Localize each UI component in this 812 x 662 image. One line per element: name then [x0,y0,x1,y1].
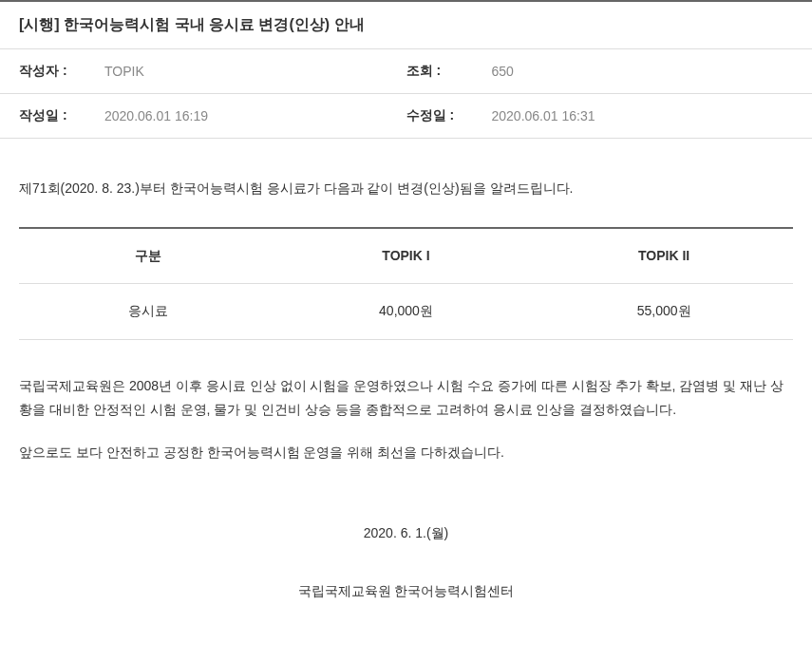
modified-label: 수정일 : [406,107,492,124]
views-cell: 조회 : 650 [406,63,794,80]
views-value: 650 [492,64,514,79]
col-header-topik2: TOPIK II [535,228,793,284]
body-paragraph-1: 국립국제교육원은 2008년 이후 응시료 인상 없이 시험을 운영하였으나 시… [19,374,793,422]
notice-signer: 국립국제교육원 한국어능력시험센터 [19,579,793,603]
table-row: 응시료 40,000원 55,000원 [19,284,793,339]
notice-date: 2020. 6. 1.(월) [19,521,793,545]
topik1-fee: 40,000원 [277,284,536,339]
body-paragraph-2: 앞으로도 보다 안전하고 공정한 한국어능력시험 운영을 위해 최선을 다하겠습… [19,441,793,464]
author-value: TOPIK [104,64,144,79]
table-header-row: 구분 TOPIK I TOPIK II [19,228,793,284]
row-label: 응시료 [19,284,277,339]
created-label: 작성일 : [19,107,104,124]
notice-body: 제71회(2020. 8. 23.)부터 한국어능력시험 응시료가 다음과 같이… [0,139,812,604]
notice-title: [시행] 한국어능력시험 국내 응시료 변경(인상) 안내 [19,15,793,35]
meta-row-1: 작성자 : TOPIK 조회 : 650 [0,49,812,94]
views-label: 조회 : [406,63,492,80]
modified-cell: 수정일 : 2020.06.01 16:31 [406,107,794,124]
fee-table: 구분 TOPIK I TOPIK II 응시료 40,000원 55,000원 [19,227,793,339]
col-header-topik1: TOPIK I [277,228,536,284]
col-header-category: 구분 [19,228,277,284]
topik2-fee: 55,000원 [535,284,793,339]
modified-value: 2020.06.01 16:31 [492,108,595,123]
author-cell: 작성자 : TOPIK [19,63,406,80]
meta-row-2: 작성일 : 2020.06.01 16:19 수정일 : 2020.06.01 … [0,94,812,139]
notice-container: [시행] 한국어능력시험 국내 응시료 변경(인상) 안내 작성자 : TOPI… [0,0,812,604]
created-cell: 작성일 : 2020.06.01 16:19 [19,107,406,124]
author-label: 작성자 : [19,63,104,80]
title-bar: [시행] 한국어능력시험 국내 응시료 변경(인상) 안내 [0,0,812,49]
intro-paragraph: 제71회(2020. 8. 23.)부터 한국어능력시험 응시료가 다음과 같이… [19,177,793,200]
created-value: 2020.06.01 16:19 [104,108,208,123]
